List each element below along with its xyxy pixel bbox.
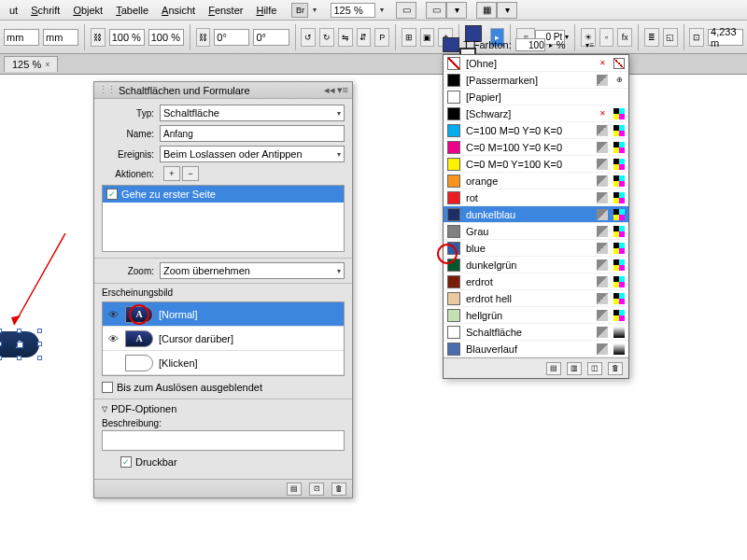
action-checkbox-icon[interactable]: ✓ bbox=[106, 189, 118, 200]
flip-v-icon[interactable]: ⇵ bbox=[357, 28, 372, 47]
select-container-icon[interactable]: ▣ bbox=[420, 28, 435, 47]
screen-mode-dd-icon[interactable]: ▾ bbox=[446, 2, 467, 19]
state-normal[interactable]: 👁A[Normal] bbox=[103, 302, 344, 327]
field-mm2[interactable]: mm bbox=[43, 29, 78, 46]
link2-icon[interactable]: ⛓ bbox=[196, 28, 211, 47]
swatch-name: Grau bbox=[466, 226, 591, 237]
menu-hilfe[interactable]: Hilfe bbox=[250, 3, 282, 18]
description-field[interactable] bbox=[102, 430, 345, 451]
convert-icon[interactable]: ⊡ bbox=[309, 483, 324, 496]
state-click[interactable]: [Klicken] bbox=[103, 351, 344, 375]
swatch-row[interactable]: dunkelgrün bbox=[444, 257, 628, 273]
menu-tabelle[interactable]: Tabelle bbox=[110, 3, 154, 18]
swatch-row[interactable]: Blauverlauf bbox=[444, 341, 628, 357]
text-wrap-icon[interactable]: ≣ bbox=[644, 28, 659, 47]
swatch-row[interactable]: [Ohne]✕ bbox=[444, 55, 628, 72]
rotate-cw-icon[interactable]: ↻ bbox=[319, 28, 334, 47]
swatch-row[interactable]: C=0 M=0 Y=100 K=0 bbox=[444, 156, 628, 173]
menu-ansicht[interactable]: Ansicht bbox=[156, 3, 201, 18]
state-thumb bbox=[125, 355, 153, 371]
swatch-row[interactable]: C=0 M=100 Y=0 K=0 bbox=[444, 139, 628, 156]
action-row[interactable]: ✓Gehe zu erster Seite bbox=[103, 186, 344, 203]
dim-field[interactable]: 4,233 m bbox=[708, 29, 743, 46]
pathfinder-icon[interactable]: ⊞ bbox=[402, 28, 416, 47]
swatch-row[interactable]: erdrot bbox=[444, 273, 628, 290]
frame-fit-icon[interactable]: ⊡ bbox=[689, 28, 704, 47]
close-tab-icon[interactable]: × bbox=[45, 60, 49, 69]
name-field[interactable] bbox=[160, 125, 345, 142]
pdf-options-section[interactable]: PDF-Optionen bbox=[102, 403, 345, 414]
menu-objekt[interactable]: Objekt bbox=[67, 3, 108, 18]
link-icon[interactable]: ⛓ bbox=[91, 28, 106, 47]
panel-header[interactable]: ⋮⋮ Schaltflächen und Formulare ◂◂▾≡ bbox=[94, 82, 352, 99]
swatch-row[interactable]: orange bbox=[444, 173, 628, 189]
swatch-row[interactable]: C=100 M=0 Y=0 K=0 bbox=[444, 122, 628, 139]
add-action-icon[interactable]: + bbox=[163, 166, 180, 181]
preview-icon[interactable]: ▤ bbox=[287, 483, 302, 496]
swatches-dropdown: [Ohne]✕[Passermarken]⊕[Papier][Schwarz]✕… bbox=[443, 54, 629, 379]
tint-stepper-icon[interactable]: ▸ bbox=[549, 41, 553, 49]
event-select[interactable]: Beim Loslassen oder Antippen bbox=[160, 146, 345, 162]
swatch-row[interactable]: rot bbox=[444, 189, 628, 206]
buttons-forms-panel: ⋮⋮ Schaltflächen und Formulare ◂◂▾≡ Typ:… bbox=[93, 81, 353, 498]
menu-fenster[interactable]: Fenster bbox=[203, 3, 248, 18]
zoom-field[interactable]: ▾ bbox=[331, 3, 387, 18]
zoom-select[interactable]: Zoom übernehmen bbox=[160, 262, 345, 279]
fx-icon[interactable]: fx bbox=[617, 28, 632, 47]
panel-menu-icon[interactable]: ▾≡ bbox=[337, 84, 348, 96]
corner-options-icon[interactable]: ◱ bbox=[663, 28, 678, 47]
trash-swatch-icon[interactable]: 🗑 bbox=[608, 362, 623, 375]
remove-action-icon[interactable]: − bbox=[182, 166, 199, 181]
swatch-mode-icon bbox=[613, 108, 625, 119]
view-mode-icon[interactable]: ▭ bbox=[396, 2, 416, 19]
swatch-row[interactable]: dunkelblau bbox=[444, 206, 628, 223]
eye-icon[interactable]: 👁 bbox=[106, 309, 120, 320]
scale-y-field[interactable]: 100 % bbox=[148, 29, 184, 46]
swatch-row[interactable]: erdrot hell bbox=[444, 290, 628, 307]
action-list[interactable]: ✓Gehe zu erster Seite bbox=[102, 185, 345, 252]
tint-field[interactable] bbox=[515, 38, 545, 51]
para-icon[interactable]: P bbox=[374, 28, 389, 47]
swatch-row[interactable]: Grau bbox=[444, 223, 628, 240]
current-fill-icon[interactable] bbox=[443, 37, 459, 52]
drop-shadow-icon[interactable]: ▫ bbox=[599, 28, 614, 47]
tint-pct-label: % bbox=[557, 39, 566, 50]
arrange-icon[interactable]: ▦ bbox=[476, 2, 497, 19]
event-label: Ereignis: bbox=[102, 149, 154, 160]
swatch-row[interactable]: Schaltfläche bbox=[444, 324, 628, 341]
swatch-row[interactable]: [Passermarken]⊕ bbox=[444, 72, 628, 89]
shear-field[interactable]: 0° bbox=[253, 29, 289, 46]
doc-tab[interactable]: 125 % × bbox=[4, 56, 58, 72]
scale-x-field[interactable]: 100 % bbox=[109, 29, 145, 46]
printable-checkbox[interactable]: ✓ bbox=[120, 456, 132, 468]
button-object[interactable]: A bbox=[0, 331, 39, 357]
panel-menu-icon[interactable]: ▾≡ bbox=[585, 41, 594, 49]
new-swatch-3-icon[interactable]: ◫ bbox=[587, 362, 602, 375]
formatting-text-icon[interactable]: T bbox=[463, 39, 470, 50]
rotate-ccw-icon[interactable]: ↺ bbox=[301, 28, 316, 47]
bridge-dropdown-icon[interactable]: ▾ bbox=[310, 6, 319, 14]
flip-h-icon[interactable]: ⇋ bbox=[338, 28, 353, 47]
menu-schrift[interactable]: Schrift bbox=[25, 3, 65, 18]
swatch-list[interactable]: [Ohne]✕[Passermarken]⊕[Papier][Schwarz]✕… bbox=[444, 55, 628, 357]
panel-collapse-icon[interactable]: ◂◂ bbox=[324, 84, 335, 96]
swatch-type-icon bbox=[597, 192, 608, 203]
svg-marker-1 bbox=[11, 315, 21, 325]
bridge-icon[interactable]: Br bbox=[291, 3, 308, 18]
screen-mode-icon[interactable]: ▭ bbox=[426, 2, 446, 19]
type-select[interactable]: Schaltfläche bbox=[160, 105, 345, 121]
new-swatch-icon[interactable]: ▤ bbox=[546, 362, 561, 375]
eye-icon[interactable]: 👁 bbox=[106, 333, 120, 344]
hidden-checkbox[interactable] bbox=[102, 382, 113, 393]
swatch-row[interactable]: [Papier] bbox=[444, 89, 628, 105]
trash-icon[interactable]: 🗑 bbox=[331, 483, 346, 496]
state-rollover[interactable]: 👁A[Cursor darüber] bbox=[103, 327, 344, 351]
swatch-row[interactable]: hellgrün bbox=[444, 307, 628, 324]
menu-layout[interactable]: ut bbox=[4, 3, 23, 18]
rotate-field[interactable]: 0° bbox=[214, 29, 249, 46]
swatch-row[interactable]: blue bbox=[444, 240, 628, 257]
arrange-dd-icon[interactable]: ▾ bbox=[497, 2, 517, 19]
new-swatch-2-icon[interactable]: ▥ bbox=[567, 362, 582, 375]
field-mm1[interactable]: mm bbox=[4, 29, 39, 46]
swatch-row[interactable]: [Schwarz]✕ bbox=[444, 105, 628, 122]
